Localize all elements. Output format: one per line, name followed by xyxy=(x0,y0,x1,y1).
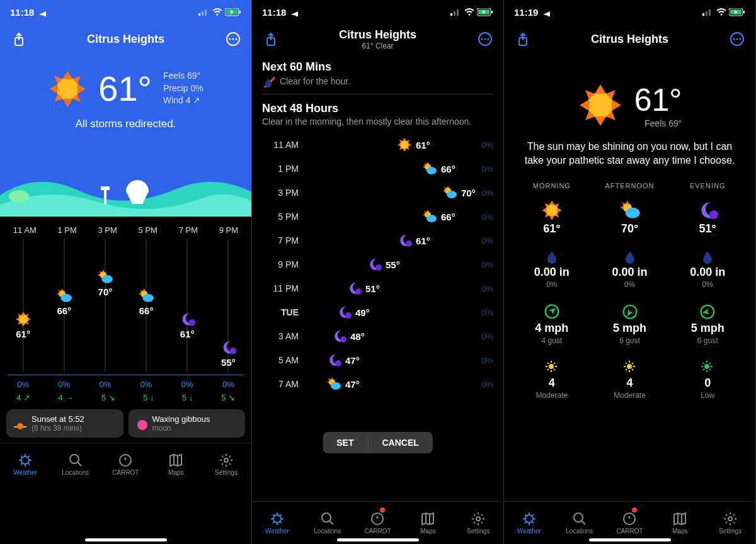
forecast-row[interactable]: 7 PM61°0% xyxy=(262,229,493,252)
svg-rect-64 xyxy=(450,13,452,16)
forecast-row[interactable]: 1 PM66°0% xyxy=(262,157,493,181)
sun-icon xyxy=(397,137,412,152)
home-indicator[interactable] xyxy=(85,538,167,541)
forecast-row[interactable]: 3 AM48°0% xyxy=(262,324,493,348)
forecast-row[interactable]: 5 AM47°0% xyxy=(262,348,493,372)
forecast-row[interactable]: 11 AM61°0% xyxy=(262,133,493,157)
row-time: 7 AM xyxy=(262,379,299,389)
row-time: 11 PM xyxy=(262,283,299,293)
period-col[interactable]: AFTERNOON 70° 0.00 in0% 5 mph6 gust 4Mod… xyxy=(591,182,669,409)
forecast-row[interactable]: 3 PM70°0% xyxy=(262,181,493,205)
forecast-body[interactable]: Next 60 Mins Clear for the hour. Next 48… xyxy=(252,54,503,501)
partly-icon xyxy=(97,269,113,285)
hour-wind: 5 ↘ xyxy=(221,393,235,402)
share-button[interactable] xyxy=(513,30,532,48)
period-label: EVENING xyxy=(690,182,726,190)
cancel-button[interactable]: CANCEL xyxy=(368,432,432,453)
hour-col[interactable]: 55° xyxy=(211,239,245,372)
more-button[interactable] xyxy=(728,30,747,48)
period-col[interactable]: EVENING 51° 0.00 in0% 5 mph6 gust 0Low xyxy=(668,182,747,409)
sun-icon xyxy=(48,69,87,108)
period-gust: 6 gust xyxy=(619,336,640,345)
tab-settings[interactable]: Settings xyxy=(705,502,755,544)
tab-maps[interactable]: Maps xyxy=(151,443,201,485)
hour-precip: 0% xyxy=(181,380,193,389)
hour-temp: 55° xyxy=(221,357,236,368)
row-time: 3 AM xyxy=(262,331,299,341)
period-rainpct: 0% xyxy=(546,280,557,289)
location-title: Citrus Heights xyxy=(28,33,224,46)
feels-like: Feels 69° xyxy=(163,70,203,82)
moon-text: Waxing gibbous xyxy=(152,414,210,424)
share-button[interactable] xyxy=(9,30,28,48)
row-temp: 47° xyxy=(345,355,360,366)
hour-col[interactable]: 61° xyxy=(170,239,204,372)
status-time: 11:19 xyxy=(514,7,538,18)
forecast-row[interactable]: 9 PM55°0% xyxy=(262,252,493,276)
next60-header: Next 60 Mins xyxy=(262,60,493,74)
home-indicator[interactable] xyxy=(337,538,419,541)
forecast-row[interactable]: 11 PM51°0% xyxy=(262,276,493,300)
tab-maps[interactable]: Maps xyxy=(655,502,705,544)
hero-message: All storms redirected. xyxy=(13,118,239,130)
map-icon xyxy=(168,453,183,468)
uv-icon xyxy=(699,359,716,375)
svg-rect-55 xyxy=(205,9,207,16)
set-button[interactable]: SET xyxy=(323,432,367,453)
tab-settings[interactable]: Settings xyxy=(201,443,251,485)
more-button[interactable] xyxy=(224,30,243,48)
next48-header: Next 48 Hours xyxy=(262,102,493,115)
share-button[interactable] xyxy=(261,30,280,48)
period-gust: 6 gust xyxy=(697,336,718,345)
row-precip: 0% xyxy=(473,308,493,317)
tab-weather[interactable]: Weather xyxy=(0,443,50,485)
svg-rect-74 xyxy=(709,9,711,16)
settings-icon xyxy=(723,511,738,526)
svg-rect-70 xyxy=(491,11,493,13)
sunset-pill[interactable]: Sunset at 5:52(6 hrs 38 mins) xyxy=(6,409,123,438)
location-arrow-icon xyxy=(37,8,46,16)
row-precip: 0% xyxy=(473,164,493,174)
hour-col[interactable]: 70° xyxy=(88,239,122,372)
hour-label: 11 AM xyxy=(13,225,37,235)
hour-col[interactable]: 66° xyxy=(47,239,81,372)
home-indicator[interactable] xyxy=(589,538,671,541)
forecast-row[interactable]: 7 AM47°0% xyxy=(262,372,493,396)
moon-icon xyxy=(220,339,236,356)
tab-weather[interactable]: Weather xyxy=(252,502,302,544)
hourly-section[interactable]: 11 AM1 PM3 PM5 PM7 PM9 PM 61°66°70°66°61… xyxy=(0,217,251,404)
hour-col[interactable]: 61° xyxy=(6,239,40,372)
tab-locations[interactable]: Locations xyxy=(554,502,605,544)
row-time: TUE xyxy=(262,307,299,317)
hour-col[interactable]: 66° xyxy=(129,239,163,372)
no-precip-icon xyxy=(262,75,275,88)
tab-maps[interactable]: Maps xyxy=(403,502,453,544)
tab-bar: WeatherLocationsCARROTMapsSettings xyxy=(0,443,251,485)
carrot-icon xyxy=(622,511,637,526)
moon-pill[interactable]: Waxing gibbousmoon xyxy=(129,409,246,438)
forecast-row[interactable]: TUE49°0% xyxy=(262,300,493,324)
svg-rect-72 xyxy=(702,13,704,16)
tab-label: Settings xyxy=(467,528,490,535)
tab-carrot[interactable]: CARROT xyxy=(353,502,403,544)
period-col[interactable]: MORNING 61° 0.00 in0% 4 mph4 gust 4Moder… xyxy=(513,182,591,409)
partly-icon xyxy=(138,288,154,304)
tab-locations[interactable]: Locations xyxy=(302,502,353,544)
periods-body[interactable]: 61° Feels 69° The sun may be shining on … xyxy=(504,54,755,501)
tab-locations[interactable]: Locations xyxy=(50,443,101,485)
svg-point-61 xyxy=(9,190,29,203)
tab-carrot[interactable]: CARROT xyxy=(101,443,151,485)
partly-icon xyxy=(326,377,341,392)
forecast-row[interactable]: 5 PM66°0% xyxy=(262,205,493,229)
period-label: MORNING xyxy=(533,182,571,190)
row-temp: 47° xyxy=(345,379,360,390)
row-time: 1 PM xyxy=(262,164,299,174)
settings-icon xyxy=(219,453,234,468)
row-temp: 61° xyxy=(416,140,430,150)
more-button[interactable] xyxy=(476,30,495,48)
tab-carrot[interactable]: CARROT xyxy=(605,502,655,544)
battery-icon xyxy=(729,8,745,16)
tab-settings[interactable]: Settings xyxy=(453,502,503,544)
tab-label: CARROT xyxy=(364,528,391,535)
tab-weather[interactable]: Weather xyxy=(504,502,554,544)
